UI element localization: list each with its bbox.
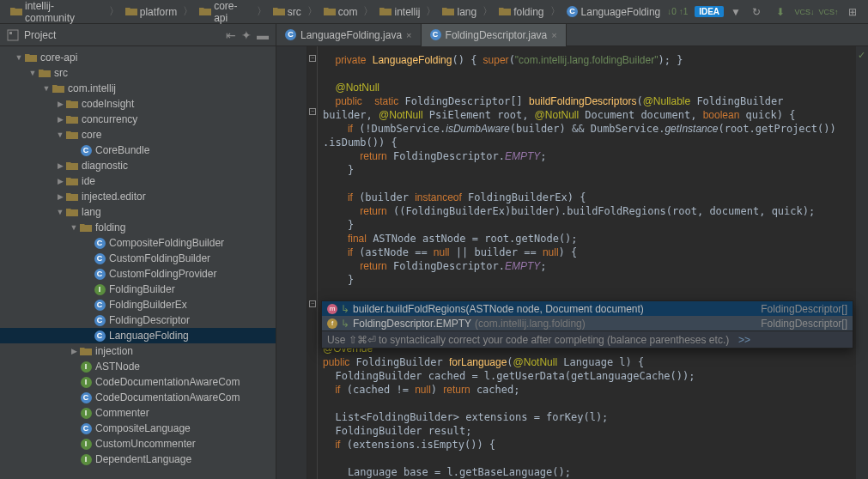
folder-icon xyxy=(65,206,79,218)
interface-icon: I xyxy=(79,407,93,419)
tree-node[interactable]: ▼com.intellij xyxy=(0,81,276,96)
folder-icon xyxy=(24,52,38,64)
tree-label: CoreBundle xyxy=(95,144,149,156)
tree-label: CodeDocumentationAwareCom xyxy=(95,376,240,388)
tree-label: concurrency xyxy=(82,113,137,125)
tree-label: FoldingDescriptor xyxy=(109,314,190,326)
vcs-up-icon[interactable]: VCS↑ xyxy=(820,3,837,21)
breadcrumb-item[interactable]: intellij xyxy=(376,4,423,20)
class-icon: C xyxy=(93,237,106,249)
folder-icon xyxy=(65,175,79,187)
tree-node[interactable]: ▼core xyxy=(0,127,276,142)
tree-node[interactable]: ▶codeInsight xyxy=(0,96,276,112)
tree-node[interactable]: ▼folding xyxy=(0,220,276,235)
fold-gutter[interactable]: − − − xyxy=(307,46,318,479)
tree-label: CustomFoldingProvider xyxy=(109,268,216,280)
class-icon: C xyxy=(93,299,106,311)
tree-label: ide xyxy=(82,175,95,187)
completion-item[interactable]: m↳ builder.buildFoldRegions(ASTNode node… xyxy=(322,301,853,316)
class-icon: C xyxy=(93,268,106,280)
completion-hint: Use ⇧⌘⏎ to syntactically correct your co… xyxy=(322,330,853,348)
breadcrumb-item[interactable]: lang xyxy=(439,4,480,20)
tree-node[interactable]: CCustomFoldingProvider xyxy=(0,266,276,282)
tree-label: LanguageFolding xyxy=(109,330,189,342)
completion-item[interactable]: f↳ FoldingDescriptor.EMPTY (com.intellij… xyxy=(322,316,853,330)
breadcrumb-item[interactable]: platform xyxy=(122,4,180,20)
tree-label: codeInsight xyxy=(82,98,134,110)
tree-label: FoldingBuilder xyxy=(109,283,175,295)
tree-node[interactable]: CCustomFoldingBuilder xyxy=(0,251,276,266)
tree-node[interactable]: CLanguageFolding xyxy=(0,328,276,343)
build-icon[interactable]: ⬇ xyxy=(772,3,789,21)
tree-node[interactable]: ▼src xyxy=(0,65,276,81)
sync-icon[interactable]: ↻ xyxy=(748,3,765,21)
breadcrumb-item[interactable]: folding xyxy=(495,4,547,20)
titlebar-actions: ↓0 ↑1 IDEA ▼ ↻ ⬇ VCS↓ VCS↑ ⊞ xyxy=(667,3,861,21)
tree-node[interactable]: CFoldingBuilderEx xyxy=(0,297,276,312)
tree-node[interactable]: ▼lang xyxy=(0,204,276,220)
settings-icon[interactable]: ⊞ xyxy=(844,3,861,21)
folder-icon xyxy=(38,67,52,79)
tree-node[interactable]: CCompositeFoldingBuilder xyxy=(0,235,276,251)
breadcrumb-item[interactable]: CLanguageFolding xyxy=(563,4,665,20)
interface-icon: I xyxy=(79,376,93,388)
editor-tab[interactable]: CFoldingDescriptor.java× xyxy=(422,24,567,46)
code-content[interactable]: private LanguageFolding() { super("com.i… xyxy=(318,46,856,479)
sidebar-hide-icon[interactable]: ▬ xyxy=(257,28,269,42)
code-editor[interactable]: − − − private LanguageFolding() { super(… xyxy=(276,46,868,479)
editor-area: CLanguageFolding.java×CFoldingDescriptor… xyxy=(276,24,868,479)
tree-node[interactable]: CFoldingDescriptor xyxy=(0,312,276,328)
tree-label: CustomUncommenter xyxy=(95,438,196,450)
tree-label: ASTNode xyxy=(95,361,140,373)
tree-label: CompositeLanguage xyxy=(95,422,191,434)
tree-label: CodeDocumentationAwareCom xyxy=(95,391,240,403)
sidebar-collapse-icon[interactable]: ⇤ xyxy=(226,28,236,42)
editor-tab[interactable]: CLanguageFolding.java× xyxy=(276,24,422,46)
breadcrumb-item[interactable]: intellij-community xyxy=(7,0,106,26)
tree-node[interactable]: ▶injection xyxy=(0,343,276,359)
inspection-ok-icon: ✓ xyxy=(858,50,865,61)
folder-icon xyxy=(79,345,93,357)
svg-rect-0 xyxy=(8,30,18,40)
folder-icon xyxy=(65,191,79,203)
java-icon: C xyxy=(430,29,441,40)
vcs-icon[interactable]: VCS↓ xyxy=(796,3,813,21)
project-tree[interactable]: ▼core-api▼src▼com.intellij▶codeInsight▶c… xyxy=(0,46,276,479)
interface-icon: I xyxy=(79,453,93,465)
tree-node[interactable]: ICodeDocumentationAwareCom xyxy=(0,374,276,390)
close-icon[interactable]: × xyxy=(551,30,556,40)
tree-node[interactable]: ICustomUncommenter xyxy=(0,436,276,452)
folder-icon xyxy=(52,82,65,94)
breadcrumb-item[interactable]: src xyxy=(270,4,305,20)
breadcrumb-item[interactable]: core-api xyxy=(196,0,254,26)
tree-node[interactable]: CCompositeLanguage xyxy=(0,421,276,436)
tree-node[interactable]: ▶diagnostic xyxy=(0,158,276,173)
tree-node[interactable]: CCodeDocumentationAwareCom xyxy=(0,390,276,405)
idea-badge[interactable]: IDEA xyxy=(695,6,724,17)
titlebar: intellij-community〉platform〉core-api〉src… xyxy=(0,0,868,24)
error-stripe[interactable]: ✓ xyxy=(856,46,868,479)
tree-label: diagnostic xyxy=(82,160,128,172)
folder-icon xyxy=(65,160,79,172)
breadcrumb-item[interactable]: com xyxy=(320,4,361,20)
sidebar-settings-icon[interactable]: ✦ xyxy=(241,28,252,42)
tree-label: core xyxy=(82,129,101,141)
tree-node[interactable]: ▶ide xyxy=(0,173,276,189)
tree-label: lang xyxy=(82,206,101,218)
sidebar-title: Project xyxy=(24,29,221,41)
tree-node[interactable]: ▶injected.editor xyxy=(0,189,276,204)
tree-node[interactable]: CCoreBundle xyxy=(0,142,276,158)
class-icon: C xyxy=(93,314,106,326)
tree-node[interactable]: IFoldingBuilder xyxy=(0,282,276,297)
tree-node[interactable]: IASTNode xyxy=(0,359,276,374)
sidebar-header: Project ⇤ ✦ ▬ xyxy=(0,24,276,46)
close-icon[interactable]: × xyxy=(406,30,411,40)
tree-label: CompositeFoldingBuilder xyxy=(109,237,224,249)
tree-node[interactable]: ▶concurrency xyxy=(0,112,276,127)
completion-popup[interactable]: m↳ builder.buildFoldRegions(ASTNode node… xyxy=(321,300,853,349)
folder-icon xyxy=(65,129,79,141)
tree-node[interactable]: IDependentLanguage xyxy=(0,452,276,467)
hint-more-link[interactable]: >> xyxy=(738,334,750,346)
tree-node[interactable]: ICommenter xyxy=(0,405,276,421)
tree-node[interactable]: ▼core-api xyxy=(0,50,276,65)
